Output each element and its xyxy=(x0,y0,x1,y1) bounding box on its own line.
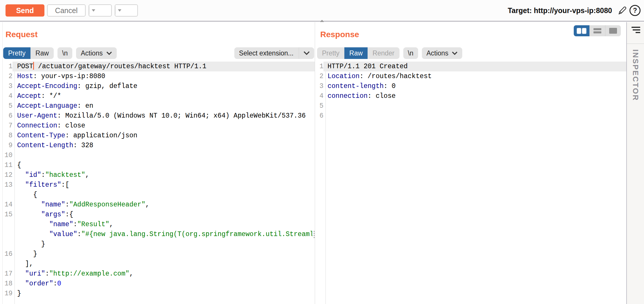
code-row[interactable]: 2Location: /routes/hacktest xyxy=(315,71,626,81)
request-editor[interactable]: 1POST /actuator/gateway/routes/hacktest … xyxy=(3,62,315,304)
code-row[interactable]: 6User-Agent: Mozilla/5.0 (Windows NT 10.… xyxy=(3,111,315,121)
code-row[interactable]: 5 xyxy=(315,101,626,111)
code-text: connection: close xyxy=(326,91,396,101)
code-row[interactable]: 2Host: your-vps-ip:8080 xyxy=(3,71,315,81)
code-row[interactable]: 7Connection: close xyxy=(3,121,315,131)
request-panel-title: Request xyxy=(6,30,37,39)
back-history-dropdown[interactable] xyxy=(89,9,97,12)
inspector-filter-icon[interactable] xyxy=(632,27,640,33)
actions-label: Actions xyxy=(427,49,448,57)
code-row[interactable]: 3Accept-Encoding: gzip, deflate xyxy=(3,81,315,91)
code-text: POST /actuator/gateway/routes/hacktest H… xyxy=(15,62,206,71)
code-row[interactable]: 9Content-Length: 328 xyxy=(3,141,315,150)
line-number: 19 xyxy=(3,289,12,298)
line-number: 12 xyxy=(3,170,12,180)
line-number: 17 xyxy=(3,269,12,279)
code-row[interactable]: 10 xyxy=(3,150,315,160)
select-extension-dropdown[interactable]: Select extension... xyxy=(234,47,314,59)
forward-split-button[interactable] xyxy=(115,4,138,17)
cancel-button[interactable]: Cancel xyxy=(47,4,86,17)
edit-target-button[interactable] xyxy=(617,6,627,15)
tab-pretty[interactable]: Pretty xyxy=(317,47,344,59)
code-row[interactable]: 18 "order":0 xyxy=(3,279,315,289)
code-row[interactable]: ], xyxy=(3,259,315,269)
inspector-divider xyxy=(627,44,644,44)
line-number: 9 xyxy=(3,141,12,150)
code-text: "name":"AddResponseHeader", xyxy=(15,200,150,210)
triangle-down-icon xyxy=(118,9,121,12)
response-actions-button[interactable]: Actions xyxy=(422,47,462,59)
code-row[interactable]: 19} xyxy=(3,289,315,298)
code-row[interactable]: 4connection: close xyxy=(315,91,626,101)
line-number: 11 xyxy=(3,160,12,170)
tab-render[interactable]: Render xyxy=(368,47,399,59)
line-number: 15 xyxy=(3,210,12,220)
response-panel-title: Response xyxy=(320,30,359,39)
code-row[interactable]: 6 xyxy=(315,111,626,121)
request-pretty-raw-group: Pretty Raw xyxy=(3,47,54,59)
actions-label: Actions xyxy=(81,49,102,57)
code-row[interactable]: 16 } xyxy=(3,249,315,259)
code-row[interactable]: "name":"Result", xyxy=(3,220,315,229)
help-icon[interactable]: ? xyxy=(629,5,641,16)
code-row[interactable]: 1HTTP/1.1 201 Created xyxy=(315,62,626,71)
response-pretty-raw-render-group: Pretty Raw Render xyxy=(317,47,400,59)
response-view-tabs: Pretty Raw Render \n Actions xyxy=(317,47,462,59)
inspector-label[interactable]: INSPECTOR xyxy=(631,49,640,101)
columns-layout-button[interactable] xyxy=(574,25,589,36)
request-panel: Request Pretty Raw \n Actions Select ext… xyxy=(2,22,315,304)
line-number: 3 xyxy=(315,81,323,91)
code-row[interactable]: 14 "name":"AddResponseHeader", xyxy=(3,200,315,210)
code-row[interactable]: 8Content-Type: application/json xyxy=(3,131,315,141)
tab-raw[interactable]: Raw xyxy=(344,47,368,59)
tab-newline[interactable]: \n xyxy=(57,47,72,59)
code-text: "id":"hacktest", xyxy=(15,170,89,180)
line-number: 4 xyxy=(3,91,12,101)
code-row[interactable]: 1POST /actuator/gateway/routes/hacktest … xyxy=(3,62,315,71)
response-editor[interactable]: 1HTTP/1.1 201 Created2Location: /routes/… xyxy=(315,62,626,304)
request-view-tabs: Pretty Raw \n Actions xyxy=(3,47,117,59)
rows-layout-button[interactable] xyxy=(589,25,605,36)
line-number: 14 xyxy=(3,200,12,210)
send-button[interactable]: Send xyxy=(6,4,44,17)
back-split-button[interactable] xyxy=(89,4,112,17)
request-actions-button[interactable]: Actions xyxy=(76,47,116,59)
line-number: 6 xyxy=(315,111,323,121)
code-row[interactable]: 4Accept: */* xyxy=(3,91,315,101)
code-text: ], xyxy=(15,259,33,269)
rows-layout-icon xyxy=(593,28,601,33)
select-extension-label: Select extension... xyxy=(234,49,299,57)
forward-history-dropdown[interactable] xyxy=(116,9,123,12)
code-row[interactable]: 11{ xyxy=(3,160,315,170)
code-row[interactable]: 5Accept-Language: en xyxy=(3,101,315,111)
code-row[interactable]: 3content-length: 0 xyxy=(315,81,626,91)
code-text: Location: /routes/hacktest xyxy=(326,71,432,81)
code-text: "value":"#{new java.lang.String(T(org.sp… xyxy=(15,229,312,239)
code-row[interactable]: 12 "id":"hacktest", xyxy=(3,170,315,180)
code-text: { xyxy=(15,190,37,200)
line-number: 1 xyxy=(3,62,12,71)
code-row[interactable]: { xyxy=(3,190,315,200)
toolbar: Send Cancel Target: http://your-vps-ip:8… xyxy=(0,0,644,21)
tab-pretty[interactable]: Pretty xyxy=(3,47,30,59)
code-row[interactable]: 17 "uri":"http://example.com", xyxy=(3,269,315,279)
inspector-sidebar[interactable]: INSPECTOR xyxy=(626,22,644,304)
line-number: 7 xyxy=(3,121,12,131)
chevron-down-icon[interactable] xyxy=(299,51,314,55)
single-layout-icon xyxy=(609,28,617,34)
code-row[interactable]: } xyxy=(3,239,315,249)
tab-newline[interactable]: \n xyxy=(403,47,418,59)
single-layout-button[interactable] xyxy=(605,25,621,36)
code-text: HTTP/1.1 201 Created xyxy=(326,62,408,71)
code-row[interactable]: 13 "filters":[ xyxy=(3,180,315,190)
tab-raw[interactable]: Raw xyxy=(30,47,54,59)
line-number: 10 xyxy=(3,150,12,160)
code-text: Host: your-vps-ip:8080 xyxy=(15,71,105,81)
code-row[interactable]: "value":"#{new java.lang.String(T(org.sp… xyxy=(3,229,315,239)
code-row[interactable]: 15 "args":{ xyxy=(3,210,315,220)
line-number: 1 xyxy=(315,62,323,71)
code-text: Connection: close xyxy=(15,121,85,131)
truncation-indicator-icon xyxy=(314,231,315,238)
code-text: { xyxy=(15,160,21,170)
code-text: Content-Length: 328 xyxy=(15,141,93,150)
